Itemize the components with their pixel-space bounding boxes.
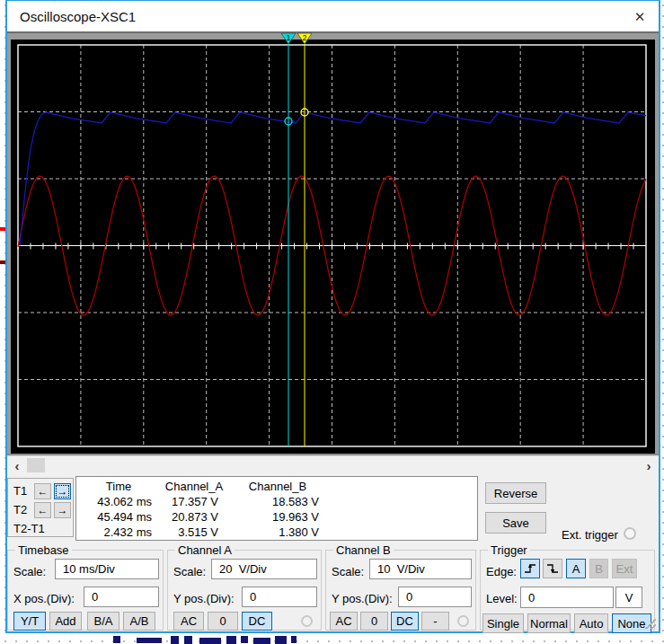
cursor-2-flag-label: 2 <box>302 33 306 42</box>
t1-time: 43.062 ms <box>76 494 161 509</box>
channel-b-ypos-label: Y pos.(Div): <box>332 592 393 605</box>
channel-a-ypos-input[interactable] <box>242 587 317 607</box>
timebase-mode-ba-button[interactable]: B/A <box>87 612 120 631</box>
t2-time: 45.494 ms <box>76 509 161 525</box>
timebase-group: Timebase Scale: X pos.(Div): Y/T Add B/A… <box>7 550 164 631</box>
timebase-title: Timebase <box>15 543 72 557</box>
cursor-control-box: T1 ← → T2 ← → T2-T1 <box>7 478 74 537</box>
channel-a-title: Channel A <box>175 543 235 557</box>
window-title: Oscilloscope-XSC1 <box>7 9 136 24</box>
channel-b-zero-button[interactable]: 0 <box>360 612 388 631</box>
readout-row-t2-t1: 2.432 ms 3.515 V 1.380 V <box>76 525 328 540</box>
trigger-level-unit[interactable]: V <box>615 587 642 608</box>
scroll-left-icon[interactable]: ‹ <box>9 456 25 474</box>
oscilloscope-window: Oscilloscope-XSC1 ✕ 12 ‹ › T1 ← → T2 ← →… <box>5 0 660 633</box>
scope-display-bezel: 12 <box>7 31 659 455</box>
readout-header-row: Time Channel_A Channel_B <box>76 479 328 494</box>
t2-t1-label: T2-T1 <box>13 522 45 535</box>
t2-label: T2 <box>13 503 31 516</box>
channel-a-scale-input[interactable] <box>211 559 317 579</box>
timebase-xpos-label: X pos.(Div): <box>13 592 75 605</box>
channel-a-group: Channel A Scale: Y pos.(Div): AC 0 DC <box>167 550 322 631</box>
timebase-xpos-input[interactable] <box>84 587 159 607</box>
ext-trigger-led[interactable] <box>624 527 636 540</box>
timebase-mode-add-button[interactable]: Add <box>49 612 82 631</box>
channel-a-dc-button[interactable]: DC <box>242 612 272 631</box>
channel-b-ypos-input[interactable] <box>398 587 472 607</box>
channel-a-led <box>301 615 313 627</box>
channel-b-minus-button[interactable]: - <box>421 612 449 631</box>
t2-t1-time: 2.432 ms <box>76 525 161 540</box>
channel-b-scale-input[interactable] <box>369 559 472 579</box>
readout-header-channel-a: Channel_A <box>161 479 227 494</box>
t1-right-button[interactable]: → <box>54 483 71 499</box>
reverse-button[interactable]: Reverse <box>485 482 546 504</box>
rising-edge-icon <box>523 561 537 576</box>
horizontal-scrollbar[interactable]: ‹ › <box>7 455 659 473</box>
channel-b-dc-button[interactable]: DC <box>391 612 419 631</box>
trigger-normal-button[interactable]: Normal <box>527 613 571 633</box>
trigger-level-label: Level: <box>486 592 518 605</box>
t2-right-button[interactable]: → <box>54 502 71 518</box>
channel-a-zero-button[interactable]: 0 <box>208 612 238 631</box>
t1-channel-b: 18.583 V <box>227 494 328 509</box>
channel-b-group: Channel B Scale: Y pos.(Div): AC 0 DC - <box>325 550 476 631</box>
channel-a-ac-button[interactable]: AC <box>173 612 204 631</box>
measurement-readout: Time Channel_A Channel_B 43.062 ms 17.35… <box>75 476 478 541</box>
channel-a-scale-label: Scale: <box>173 565 206 578</box>
scrollbar-thumb[interactable] <box>27 458 45 472</box>
cursor-1-flag-label: 1 <box>286 33 290 42</box>
readout-header-channel-b: Channel_B <box>227 479 328 494</box>
trigger-source-ext-button[interactable]: Ext <box>612 559 637 578</box>
t1-left-button[interactable]: ← <box>34 483 51 499</box>
t2-channel-b: 19.963 V <box>227 509 328 525</box>
trigger-auto-button[interactable]: Auto <box>574 613 608 633</box>
readout-row-t1: 43.062 ms 17.357 V 18.583 V <box>76 494 328 509</box>
timebase-mode-yt-button[interactable]: Y/T <box>13 612 46 631</box>
trigger-group: Trigger Edge: A B Ext Level: V Single No… <box>480 550 655 631</box>
scroll-right-icon[interactable]: › <box>641 456 657 474</box>
t2-left-button[interactable]: ← <box>34 502 51 518</box>
falling-edge-button[interactable] <box>543 559 562 578</box>
channel-b-ac-button[interactable]: AC <box>330 612 358 631</box>
rising-edge-button[interactable] <box>520 559 540 578</box>
timebase-mode-ab-button[interactable]: A/B <box>123 612 155 631</box>
scope-display: 12 <box>7 31 659 455</box>
readout-header-time: Time <box>76 479 161 494</box>
close-icon[interactable]: ✕ <box>628 6 651 28</box>
title-bar[interactable]: Oscilloscope-XSC1 ✕ <box>7 1 659 31</box>
falling-edge-icon <box>545 561 560 576</box>
timebase-scale-label: Scale: <box>13 565 46 578</box>
resize-grip[interactable] <box>645 618 656 629</box>
t2-t1-channel-a: 3.515 V <box>161 525 227 540</box>
channel-b-led <box>457 615 469 627</box>
trigger-edge-label: Edge: <box>486 565 517 578</box>
trigger-source-b-button[interactable]: B <box>589 559 608 578</box>
channel-b-title: Channel B <box>333 543 394 557</box>
channel-a-ypos-label: Y pos.(Div): <box>173 592 235 605</box>
readout-row-t2: 45.494 ms 20.873 V 19.963 V <box>76 509 328 525</box>
save-button[interactable]: Save <box>485 512 546 534</box>
channel-b-scale-label: Scale: <box>332 565 364 578</box>
ext-trigger-label: Ext. trigger <box>562 528 618 542</box>
trigger-level-input[interactable] <box>520 587 614 608</box>
t2-channel-a: 20.873 V <box>161 509 227 525</box>
t1-label: T1 <box>13 484 31 498</box>
t2-t1-channel-b: 1.380 V <box>227 525 328 540</box>
trigger-source-a-button[interactable]: A <box>566 559 586 578</box>
t1-channel-a: 17.357 V <box>161 494 227 509</box>
trigger-single-button[interactable]: Single <box>483 613 524 633</box>
trigger-title: Trigger <box>488 543 530 557</box>
timebase-scale-input[interactable] <box>55 559 159 579</box>
